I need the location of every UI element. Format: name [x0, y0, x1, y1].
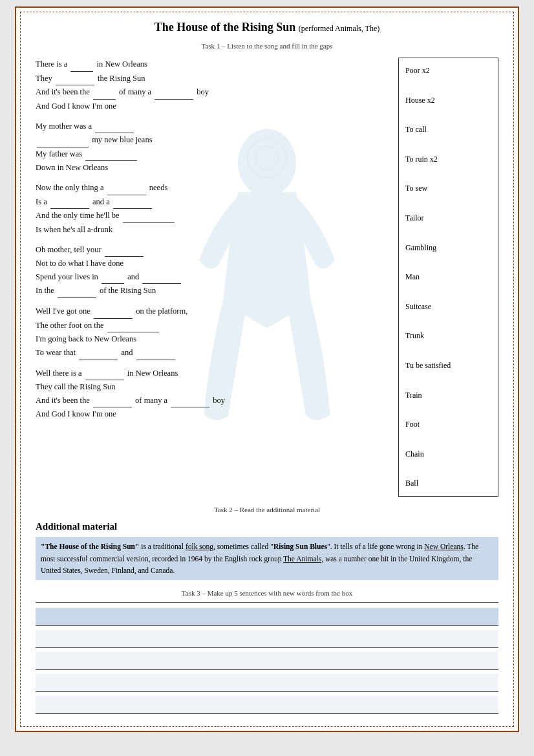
blank — [85, 147, 137, 162]
page-title: The House of the Rising Sun (performed A… — [36, 21, 498, 34]
verse1: There is a in New Orleans They the Risin… — [36, 58, 389, 113]
blank — [105, 243, 144, 257]
word-tocall2: To call — [405, 122, 491, 137]
blank — [79, 346, 118, 360]
writing-lines — [36, 602, 498, 714]
word-tailor — [405, 196, 491, 211]
blank — [50, 195, 89, 210]
new-orleans-link: New Orleans — [424, 543, 463, 550]
word-tocall — [405, 107, 491, 122]
word-train — [405, 373, 491, 388]
task3-instruction: Task 3 – Make up 5 sentences with new wo… — [36, 589, 498, 597]
folk-song-link: folk song — [186, 543, 213, 550]
blank — [95, 120, 134, 134]
word-foot2: Foot — [405, 417, 491, 432]
blank — [155, 85, 193, 100]
title-text: The House of the Rising Sun — [155, 21, 296, 34]
word-ball2: Ball — [405, 476, 491, 491]
blank — [101, 270, 124, 285]
blank — [93, 394, 132, 408]
separator — [36, 602, 498, 603]
word-tosew — [405, 167, 491, 182]
blank — [85, 367, 124, 381]
writing-line-1 — [36, 608, 498, 626]
additional-text-box: "The House of the Rising Sun" is a tradi… — [36, 537, 498, 580]
word-chain — [405, 432, 491, 447]
word-box: Poor x2 House x2 To call To ruin x2 To s… — [398, 58, 498, 497]
word-ball — [405, 462, 491, 477]
artist-text: (performed Animals, The) — [299, 24, 379, 33]
word-foot — [405, 402, 491, 417]
word-tosew2: To sew — [405, 181, 491, 196]
word-trunk — [405, 314, 491, 329]
blank — [113, 195, 152, 210]
word-poor: Poor x2 — [405, 63, 491, 78]
word-train2: Train — [405, 388, 491, 403]
writing-line-3 — [36, 652, 498, 670]
verse4: Oh mother, tell your Not to do what I ha… — [36, 243, 389, 299]
lyrics-area: There is a in New Orleans They the Risin… — [36, 58, 498, 497]
word-toruin2: To ruin x2 — [405, 152, 491, 167]
word-satisfied2: Tu be satisfied — [405, 358, 491, 373]
writing-line-5 — [36, 696, 498, 714]
blank — [171, 394, 209, 408]
word-trunk2: Trunk — [405, 329, 491, 343]
blank — [58, 284, 96, 298]
verse3: Now the only thing a needs Is a and a An… — [36, 181, 389, 237]
verse6: Well there is a in New Orleans They call… — [36, 367, 389, 422]
title-section: The House of the Rising Sun (performed A… — [36, 21, 498, 34]
blank — [70, 58, 93, 72]
additional-text: "The House of the Rising Sun" is a tradi… — [41, 543, 478, 574]
blank — [136, 346, 175, 360]
writing-line-2 — [36, 630, 498, 648]
task1-instruction: Task 1 – Listen to the song and fill in … — [36, 42, 498, 50]
blank — [94, 305, 133, 319]
word-satisfied — [405, 343, 491, 358]
word-suitcase — [405, 285, 491, 299]
blank — [56, 72, 94, 86]
word-suitcase2: Suitcase — [405, 299, 491, 314]
word-man — [405, 255, 491, 270]
blank — [142, 270, 181, 285]
word-house — [405, 78, 491, 93]
additional-heading: Additional material — [36, 519, 498, 534]
writing-line-4 — [36, 674, 498, 692]
word-gambling2: Gambling — [405, 241, 491, 255]
word-tailor2: Tailor — [405, 211, 491, 226]
rising-sun-bold: Rising Sun Blues — [273, 543, 327, 550]
additional-material: Additional material "The House of the Ri… — [36, 519, 498, 580]
animals-link: The Animals — [283, 555, 321, 563]
blank — [37, 133, 89, 147]
blank — [93, 85, 116, 100]
verse5: Well I've got one on the platform, The o… — [36, 305, 389, 360]
lyrics-text: There is a in New Orleans They the Risin… — [36, 58, 389, 497]
blank — [123, 209, 175, 223]
task2-instruction: Task 2 – Read the additional material — [36, 506, 498, 513]
blank — [107, 181, 146, 195]
word-gambling — [405, 226, 491, 241]
verse2: My mother was a my new blue jeans My fat… — [36, 120, 389, 175]
song-title-bold: "The House of the Rising Sun" — [41, 543, 139, 550]
word-house2: House x2 — [405, 93, 491, 108]
word-toruin — [405, 137, 491, 152]
word-man2: Man — [405, 270, 491, 285]
word-chain2: Chain — [405, 447, 491, 462]
blank — [107, 319, 159, 333]
